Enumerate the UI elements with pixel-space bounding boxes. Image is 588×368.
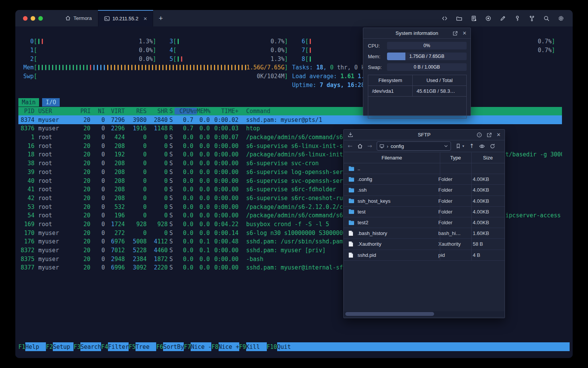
popout-icon[interactable] — [452, 31, 458, 36]
sysinfo-label: Mem: — [368, 54, 387, 59]
help-icon[interactable]: ? — [477, 132, 482, 138]
file-row[interactable]: .configFolder4.00KB — [344, 174, 505, 185]
path-input[interactable]: › config — [377, 141, 451, 151]
sysinfo-label: Swap: — [368, 64, 387, 70]
column-header-res[interactable]: RES — [125, 108, 147, 115]
chevron-down-icon[interactable] — [444, 144, 448, 148]
sysinfo-bar-text: 0 B / 1.00GB — [387, 63, 467, 71]
fkey-sortby[interactable]: SortBy — [163, 342, 184, 351]
horizontal-scrollbar[interactable] — [344, 311, 505, 317]
sftp-titlebar: SFTP ? ✕ — [344, 130, 505, 140]
file-row[interactable]: .. — [344, 163, 505, 174]
home-icon[interactable] — [357, 143, 363, 149]
fkey-quit[interactable]: Quit — [277, 342, 570, 351]
refresh-icon[interactable] — [490, 143, 495, 149]
meter-bar — [138, 65, 139, 70]
file-row[interactable]: test2Folder4.00KB — [344, 217, 505, 228]
tab-termora-home[interactable]: Termora — [59, 10, 98, 26]
search-icon[interactable] — [543, 15, 550, 21]
zoom-window-button[interactable] — [38, 16, 43, 21]
meter-bar — [242, 65, 243, 70]
cpu-meter-bars — [176, 39, 271, 44]
column-type[interactable]: Type — [440, 155, 471, 161]
meter-bar — [178, 56, 179, 62]
pencil-icon[interactable] — [500, 15, 506, 21]
column-header-pri[interactable]: PRI — [80, 108, 90, 115]
fkey-help[interactable]: Help — [25, 342, 46, 351]
fkey-search[interactable]: Search — [80, 342, 101, 351]
file-size: 4.00KB — [470, 198, 505, 204]
meter-bar — [80, 65, 81, 70]
notes-icon[interactable] — [470, 15, 477, 21]
fkey-nice[interactable]: Nice - — [191, 342, 211, 351]
cpu-meter-value: 0.0% — [139, 47, 153, 54]
cpu-meter-label: 6 — [301, 38, 305, 45]
htop-meters: 0[1.3%]1[0.0%]2[0.0%]3[0.7%]4[0.0%]5[1.3… — [15, 37, 573, 91]
meter-bar — [87, 65, 88, 70]
column-header-shr[interactable]: SHR — [147, 108, 168, 115]
column-header-ni[interactable]: NI — [90, 108, 105, 115]
sftp-toolbar: ← → › config ▼ ↑ — [344, 140, 505, 152]
key-icon[interactable] — [514, 15, 521, 21]
show-hidden-eye-icon[interactable] — [479, 143, 485, 149]
new-tab-button[interactable]: + — [153, 10, 168, 26]
column-header-mem[interactable]: MEM% — [197, 108, 210, 115]
meter-bar — [93, 65, 95, 70]
code-icon[interactable] — [441, 15, 448, 21]
fkey-kill[interactable]: Kill — [246, 342, 267, 351]
fkey-nice[interactable]: Nice + — [219, 342, 239, 351]
column-header-cpu[interactable]: CPU%▽ — [175, 108, 197, 115]
meter-bar — [135, 65, 136, 70]
folder-icon[interactable] — [456, 15, 462, 21]
fkey-setup[interactable]: Setup — [53, 342, 74, 351]
bookmark-control[interactable]: ▼ — [456, 143, 465, 149]
column-header-s[interactable]: S — [168, 108, 175, 115]
back-arrow-icon[interactable]: ← — [348, 143, 353, 150]
meter-bar — [145, 65, 146, 70]
parent-directory-icon[interactable]: ↑ — [469, 143, 474, 150]
minimize-window-button[interactable] — [31, 16, 35, 21]
column-header-time[interactable]: TIME+ — [210, 108, 238, 115]
meter-bar — [45, 65, 46, 70]
file-row[interactable]: testFolder4.00KB — [344, 207, 505, 217]
meter-bar — [214, 65, 215, 70]
column-header-user[interactable]: USER — [38, 108, 80, 115]
filesystem-row[interactable]: /dev/vda145.61GB / 58.3… — [368, 86, 466, 97]
cpu-meter-label: 5 — [168, 56, 173, 62]
cpu-meter-value: 0.0% — [139, 56, 153, 62]
column-size[interactable]: Size — [471, 155, 505, 161]
meter-bar — [200, 65, 201, 70]
file-name: sshd.pid — [358, 252, 435, 258]
htop-tab-main[interactable]: Main — [18, 98, 39, 107]
column-header-virt[interactable]: VIRT — [105, 108, 125, 115]
record-icon[interactable] — [485, 15, 492, 21]
file-type: Folder — [435, 187, 470, 193]
tab-session-active[interactable]: 10.211.55.2 ✕ — [98, 10, 154, 26]
close-icon[interactable]: ✕ — [497, 132, 501, 137]
forward-arrow-icon[interactable]: → — [368, 143, 372, 150]
close-tab-icon[interactable]: ✕ — [143, 16, 147, 21]
file-row[interactable]: .sshFolder4.00KB — [344, 185, 505, 196]
file-row[interactable]: sshd.pidpid4 B — [344, 250, 505, 261]
close-window-button[interactable] — [23, 16, 28, 21]
file-row[interactable]: .XauthorityXauthority58 B — [344, 239, 505, 250]
settings-icon[interactable] — [558, 15, 564, 21]
process-row[interactable]: 8374myuser200729639802840S0.70.00:00.02s… — [18, 115, 562, 124]
cpu-meter: 3[0.7%] — [168, 37, 288, 46]
cpu-meter-value: 1.3% — [271, 56, 284, 62]
fkey-filter[interactable]: Filter — [108, 342, 129, 351]
popout-icon[interactable] — [487, 132, 492, 138]
session-tab-label: 10.211.55.2 — [113, 16, 139, 21]
scrollbar-thumb[interactable] — [345, 312, 434, 316]
htop-tab-io[interactable]: I/O — [42, 98, 60, 107]
fkey-label: F7 — [184, 342, 191, 351]
meter-bar — [69, 65, 70, 70]
fork-icon[interactable] — [529, 15, 535, 21]
column-filename[interactable]: Filename — [344, 155, 440, 161]
fkey-tree[interactable]: Tree — [136, 342, 156, 351]
column-header-pid[interactable]: PID — [18, 108, 34, 115]
file-row[interactable]: .bash_historybash_hi…1.60KB — [344, 228, 505, 239]
file-row[interactable]: ssh_host_keysFolder4.00KB — [344, 196, 505, 207]
close-icon[interactable]: ✕ — [462, 31, 467, 36]
fkey-label: F1 — [18, 342, 25, 351]
